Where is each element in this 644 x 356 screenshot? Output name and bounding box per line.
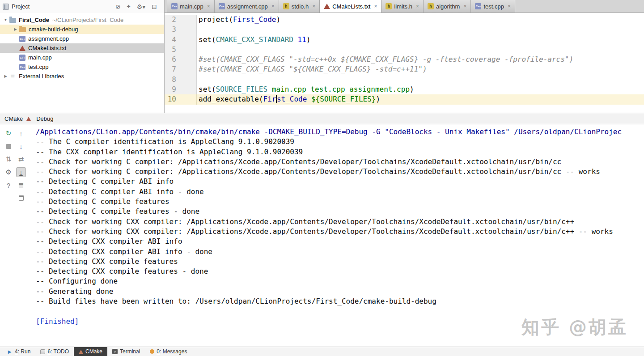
status-run[interactable]: ▶4: Run (2, 347, 35, 356)
tab-close-icon[interactable]: × (508, 3, 511, 9)
swap-output-icon[interactable]: ⇄ (16, 154, 26, 164)
cmake-console[interactable]: /Applications/CLion.app/Contents/bin/cma… (30, 124, 644, 347)
tab-close-icon[interactable]: × (463, 3, 466, 9)
project-panel-title: Project (12, 3, 30, 10)
tab-assignment-cpp[interactable]: C++assignment.cpp× (215, 0, 279, 13)
settings-icon[interactable]: ⚙ (4, 167, 13, 177)
tab-label: CMakeLists.txt (332, 3, 370, 10)
tree-item-main-cpp[interactable]: C++main.cpp (0, 53, 164, 62)
console-line: -- Check for working C compiler: /Applic… (36, 157, 644, 167)
circle-slash-icon[interactable]: ⊘ (115, 3, 121, 10)
status-terminal[interactable]: >Terminal (107, 347, 145, 356)
tab-label: main.cpp (180, 3, 203, 10)
folder-icon (9, 18, 16, 23)
cmake-tool-window: CMake Debug ↻⇅⚙?↑↓⇄↓≣ /Applications/CLio… (0, 113, 644, 347)
stop-icon[interactable] (4, 141, 13, 151)
code-text: project(First_Code) (197, 15, 280, 25)
top-area: Project ⊘⌖⚙▾⊟ ▼First_Code~/CLionProjects… (0, 0, 644, 113)
h-icon: h (428, 3, 434, 9)
tab-close-icon[interactable]: × (271, 3, 275, 9)
console-line: -- Detecting CXX compile features (36, 257, 644, 267)
clear-all-icon[interactable] (16, 193, 26, 203)
console-line: -- Detecting CXX compiler ABI info (36, 237, 644, 246)
tree-item-label: First_Code (19, 17, 49, 23)
status-label: Terminal (120, 348, 140, 355)
tab-limits-h[interactable]: hlimits.h× (381, 0, 423, 13)
tab-algorithm[interactable]: halgorithm× (424, 0, 471, 13)
tab-close-icon[interactable]: × (416, 3, 419, 9)
editor-line-9: 9set(SOURCE_FILES main.cpp test.cpp assi… (165, 85, 644, 94)
status-label: 4: Run (15, 348, 30, 355)
run-status-icon: ▶ (7, 349, 13, 355)
editor-tabbar: C++main.cpp×C++assignment.cpp×hstdio.h×C… (165, 0, 644, 13)
tab-main-cpp[interactable]: C++main.cpp× (167, 0, 215, 13)
tab-label: limits.h (394, 3, 412, 10)
settings-gear-icon[interactable]: ⚙▾ (137, 3, 146, 10)
tree-item-cmakelists-txt[interactable]: CMakeLists.txt (0, 43, 164, 53)
chevron-down-icon[interactable]: ▼ (2, 18, 9, 22)
editor-line-2: 2project(First_Code) (165, 15, 644, 25)
tab-close-icon[interactable]: × (374, 3, 377, 9)
tab-cmakelists-txt[interactable]: CMakeLists.txt× (320, 0, 381, 13)
status-cmake[interactable]: CMake (74, 347, 107, 356)
tree-item-test-cpp[interactable]: C++test.cpp (0, 62, 164, 72)
tree-item-first-code[interactable]: ▼First_Code~/CLionProjects/First_Code (0, 15, 164, 25)
cpp-icon: C++ (19, 55, 25, 61)
line-number: 5 (165, 45, 176, 55)
console-toolbar: ↻⇅⚙?↑↓⇄↓≣ (0, 124, 30, 347)
tree-item-label: assignment.cpp (28, 35, 69, 42)
tree-item-label: main.cpp (28, 54, 52, 61)
restore-layout-icon[interactable]: ⇅ (4, 154, 13, 164)
tree-item-label: cmake-build-debug (29, 26, 78, 33)
gutter: 7 (165, 64, 197, 74)
console-line: /Applications/CLion.app/Contents/bin/cma… (36, 127, 644, 137)
tab-stdio-h[interactable]: hstdio.h× (279, 0, 320, 13)
editor-area: C++main.cpp×C++assignment.cpp×hstdio.h×C… (165, 0, 644, 113)
tree-item-cmake-build-debug[interactable]: ▶cmake-build-debug (0, 25, 164, 34)
print-icon[interactable]: ≣ (16, 180, 26, 190)
messages-status-icon (150, 349, 154, 354)
console-line: -- Check for working CXX compiler: /Appl… (36, 227, 644, 237)
tree-item-external-libraries[interactable]: ▶≣External Libraries (0, 72, 164, 81)
status-todo[interactable]: 6: TODO (35, 347, 74, 356)
chevron-right-icon[interactable]: ▶ (12, 27, 19, 31)
reload-cmake-project-icon[interactable]: ↻ (4, 128, 13, 138)
editor-line-5: 5 (165, 45, 644, 55)
console-line: -- Detecting C compile features (36, 197, 644, 207)
tree-item-label: test.cpp (28, 64, 49, 70)
tab-label: test.cpp (483, 3, 504, 10)
tab-close-icon[interactable]: × (207, 3, 210, 9)
gutter: 3 (165, 25, 197, 34)
status-messages[interactable]: 0: Messages (145, 347, 192, 356)
cpp-icon: C++ (171, 3, 178, 9)
code-text (197, 25, 199, 34)
scroll-to-end-icon[interactable]: ↓ (16, 167, 26, 177)
code-text (197, 75, 199, 85)
folder-build-icon (19, 27, 26, 32)
lib-icon: ≣ (9, 73, 16, 80)
editor-line-10: 10add_executable(First_Code ${SOURCE_FIL… (165, 94, 644, 104)
tab-close-icon[interactable]: × (312, 3, 315, 9)
console-line: -- The CXX compiler identification is Ap… (36, 147, 644, 157)
help-icon[interactable]: ? (4, 180, 13, 190)
expand-up-icon[interactable]: ↑ (16, 128, 26, 138)
cmake-panel-title: CMake (4, 115, 23, 122)
expand-down-icon[interactable]: ↓ (16, 141, 26, 151)
chevron-right-icon[interactable]: ▶ (2, 74, 9, 78)
code-editor[interactable]: 2project(First_Code)34set(CMAKE_CXX_STAN… (165, 13, 644, 113)
console-line: -- Check for working CXX compiler: /Appl… (36, 217, 644, 227)
editor-line-6: 6#set(CMAKE_CXX_FLAGS "-std=c++0x ${CMAK… (165, 55, 644, 64)
locate-file-icon[interactable]: ⌖ (127, 3, 131, 10)
cmake-debug-tab[interactable]: Debug (34, 115, 55, 123)
console-line: -- Detecting CXX compile features - done (36, 267, 644, 276)
tab-label: algorithm (436, 3, 460, 10)
console-line: -- Detecting C compiler ABI info - done (36, 187, 644, 197)
code-text: #set(CMAKE_CXX_FLAGS "-std=c++0x ${CMAKE… (197, 55, 573, 64)
tree-item-assignment-cpp[interactable]: C++assignment.cpp (0, 34, 164, 43)
hide-panel-icon[interactable]: ⊟ (152, 3, 157, 10)
line-number: 3 (165, 25, 176, 34)
cmake-icon (26, 117, 31, 121)
tab-test-cpp[interactable]: C++test.cpp× (471, 0, 515, 13)
project-tree: ▼First_Code~/CLionProjects/First_Code▶cm… (0, 13, 164, 113)
line-number: 4 (165, 35, 176, 45)
